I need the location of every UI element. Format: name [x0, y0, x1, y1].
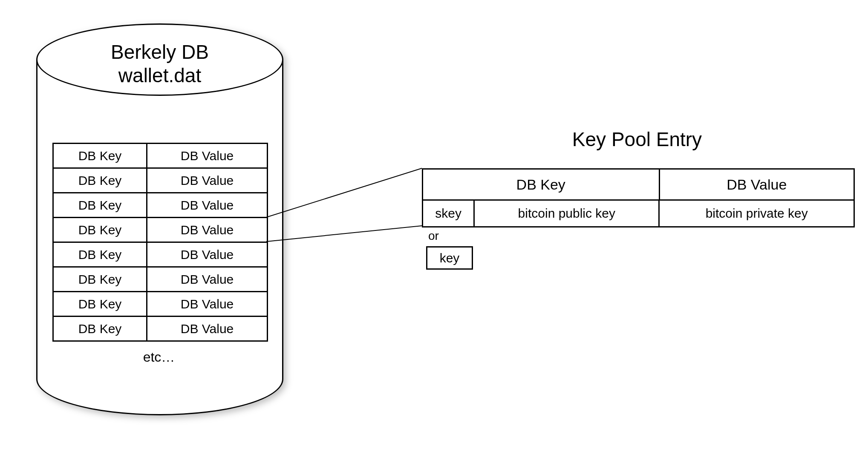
db-key-cell: DB Key [54, 144, 147, 167]
db-key-cell: DB Key [54, 169, 147, 192]
table-row: DB Key DB Value [54, 268, 267, 292]
db-key-cell: DB Key [54, 292, 147, 316]
db-key-cell: DB Key [54, 243, 147, 266]
pool-pubkey-cell: bitcoin public key [475, 201, 660, 226]
table-row: DB Key DB Value [54, 218, 267, 243]
etc-label: etc… [52, 349, 265, 365]
pool-header-value: DB Value [660, 170, 854, 199]
db-value-cell: DB Value [147, 218, 267, 242]
db-key-cell: DB Key [54, 317, 147, 340]
table-row: DB Key DB Value [54, 243, 267, 268]
svg-line-1 [266, 226, 422, 242]
pool-title: Key Pool Entry [422, 128, 852, 151]
diagram-canvas: Berkely DB wallet.dat DB Key DB Value DB… [0, 0, 868, 449]
pool-header-row: DB Key DB Value [423, 170, 854, 201]
db-key-cell: DB Key [54, 268, 147, 291]
db-value-cell: DB Value [147, 243, 267, 266]
table-row: DB Key DB Value [54, 144, 267, 169]
db-value-cell: DB Value [147, 144, 267, 167]
db-value-cell: DB Value [147, 169, 267, 192]
table-row: DB Key DB Value [54, 169, 267, 193]
db-value-cell: DB Value [147, 317, 267, 340]
db-key-cell: DB Key [54, 193, 147, 217]
pool-header-key: DB Key [423, 170, 660, 199]
pool-privkey-cell: bitcoin private key [660, 201, 854, 226]
table-row: DB Key DB Value [54, 317, 267, 340]
db-table: DB Key DB Value DB Key DB Value DB Key D… [52, 143, 268, 342]
db-value-cell: DB Value [147, 193, 267, 217]
db-value-cell: DB Value [147, 292, 267, 316]
db-value-cell: DB Value [147, 268, 267, 291]
or-label: or [428, 229, 439, 243]
pool-skey-cell: skey [423, 201, 475, 226]
alt-key-box: key [426, 246, 473, 270]
pool-data-row: skey bitcoin public key bitcoin private … [423, 201, 854, 226]
svg-line-0 [266, 168, 422, 217]
db-key-cell: DB Key [54, 218, 147, 242]
cylinder-title-line2: wallet.dat [118, 64, 201, 86]
table-row: DB Key DB Value [54, 193, 267, 218]
table-row: DB Key DB Value [54, 292, 267, 317]
cylinder-title-line1: Berkely DB [111, 41, 209, 63]
pool-table: DB Key DB Value skey bitcoin public key … [422, 168, 855, 227]
cylinder-title: Berkely DB wallet.dat [36, 40, 283, 87]
